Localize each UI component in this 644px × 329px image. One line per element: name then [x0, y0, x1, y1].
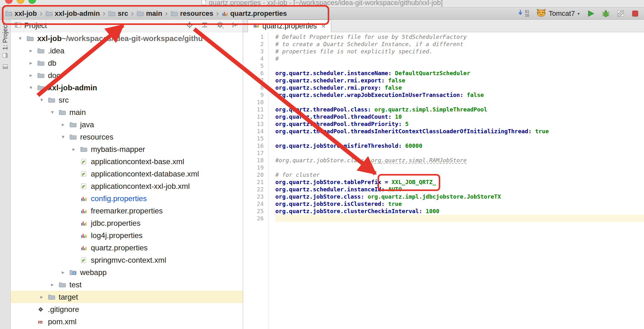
editor-line-8[interactable]: org.quartz.scheduler.rmi.proxy: false — [275, 84, 644, 91]
hide-panel-button[interactable] — [231, 21, 239, 31]
tree-item-xxl-job-admin[interactable]: ▾xxl-job-admin — [11, 81, 243, 94]
tree-item-mybatis-mapper[interactable]: ▸mybatis-mapper — [11, 143, 243, 155]
breadcrumb-item-src[interactable]: src — [108, 9, 128, 18]
tree-item-springmvc-context.xml[interactable]: springmvc-context.xml — [11, 254, 243, 266]
code-token: org.quartz.scheduler.instanceName — [275, 70, 388, 76]
vcs-changes-widget[interactable]: 01 10 — [517, 9, 529, 18]
expanded-arrow-icon[interactable]: ▾ — [37, 97, 47, 103]
breadcrumb-item-main[interactable]: main — [137, 9, 162, 18]
tree-item-src[interactable]: ▾src — [11, 94, 243, 106]
line-number: 10 — [243, 99, 264, 106]
editor-line-16[interactable]: org.quartz.jobStore.misfireThreshold: 60… — [275, 142, 644, 149]
tree-item-applicationcontext-xxl-job.xml[interactable]: applicationcontext-xxl-job.xml — [11, 180, 243, 192]
collapsed-arrow-icon[interactable]: ▸ — [69, 146, 79, 153]
editor-line-19[interactable] — [275, 164, 644, 171]
tree-item-log4j.properties[interactable]: log4j.properties — [11, 229, 243, 242]
editor-line-18[interactable]: #org.quartz.jobStore.class: org.quartz.s… — [275, 157, 644, 164]
editor-line-9[interactable]: org.quartz.scheduler.wrapJobExecutionInU… — [275, 91, 644, 99]
breadcrumb: xxl-job›xxl-job-admin›src›main›resources… — [5, 9, 287, 18]
editor-line-26[interactable] — [275, 215, 644, 222]
editor-line-25[interactable]: org.quartz.jobStore.clusterCheckinInterv… — [275, 207, 644, 215]
editor-line-2[interactable]: # to create a Quartz Scheduler Instance,… — [275, 40, 644, 48]
editor-line-12[interactable]: org.quartz.threadPool.threadCount: 10 — [275, 113, 644, 120]
tree-item-main[interactable]: ▾main — [11, 106, 243, 118]
tree-item-target[interactable]: ▸target — [11, 291, 243, 303]
collapsed-arrow-icon[interactable]: ▸ — [26, 72, 36, 79]
breadcrumb-item-resources[interactable]: resources — [171, 9, 213, 18]
tree-item-xxl-job[interactable]: ▾xxl-job ~/workspaces/idea-git-workspace… — [11, 32, 243, 45]
editor-line-7[interactable]: org.quartz.scheduler.rmi.export: false — [275, 77, 644, 84]
collapse-all-button[interactable] — [201, 21, 208, 31]
editor-line-20[interactable]: # for cluster — [275, 171, 644, 178]
collapsed-arrow-icon[interactable]: ▸ — [26, 47, 36, 54]
tree-item-.gitignore[interactable]: .gitignore — [11, 303, 243, 315]
tree-item-jdbc.properties[interactable]: jdbc.properties — [11, 217, 243, 229]
settings-gear-button[interactable] — [216, 21, 224, 31]
tree-item-label: target — [59, 293, 78, 302]
editor-line-10[interactable] — [275, 99, 644, 106]
folder-icon — [57, 282, 67, 288]
breadcrumb-label: quartz.properties — [230, 9, 287, 18]
collapsed-arrow-icon[interactable]: ▸ — [37, 294, 47, 300]
folder-icon — [36, 85, 45, 91]
editor-line-17[interactable] — [275, 149, 644, 157]
expanded-arrow-icon[interactable]: ▾ — [26, 84, 36, 91]
code-token: org.quartz.threadPool.threadPriority — [275, 121, 398, 127]
code-token: : — [528, 128, 535, 135]
collapsed-arrow-icon[interactable]: ▸ — [58, 269, 68, 276]
tree-item-java[interactable]: ▸java — [11, 118, 243, 131]
tree-item-quartz.properties[interactable]: quartz.properties — [11, 242, 243, 254]
debug-button[interactable] — [602, 9, 610, 18]
editor-code-area[interactable]: # Default Properties file for use by Std… — [268, 32, 644, 329]
editor-line-5[interactable] — [275, 62, 644, 69]
line-number: 18 — [243, 157, 264, 164]
run-configuration-selector[interactable]: Tomcat7 ▾ — [536, 8, 580, 19]
tree-item-db[interactable]: ▸db — [11, 57, 243, 69]
editor-line-15[interactable] — [275, 135, 644, 142]
vcs-counters: 01 10 — [525, 10, 529, 17]
breadcrumb-item-xxl-job-admin[interactable]: xxl-job-admin — [45, 9, 100, 18]
stop-button[interactable] — [631, 10, 639, 17]
tree-item-applicationcontext-base.xml[interactable]: applicationcontext-base.xml — [11, 155, 243, 168]
collapsed-arrow-icon[interactable]: ▸ — [47, 281, 57, 288]
editor-line-21[interactable]: org.quartz.jobStore.tablePrefix = XXL_JO… — [275, 178, 644, 186]
expanded-arrow-icon[interactable]: ▾ — [47, 109, 57, 116]
project-tool-icon — [2, 52, 9, 58]
collapsed-arrow-icon[interactable]: ▸ — [58, 121, 68, 128]
breadcrumb-item-quartz.properties[interactable]: quartz.properties — [222, 9, 287, 18]
expanded-arrow-icon[interactable]: ▾ — [15, 35, 25, 42]
run-button[interactable] — [587, 9, 595, 18]
tree-item-pom.xml[interactable]: mpom.xml — [11, 315, 243, 328]
breadcrumb-separator-icon: › — [165, 9, 168, 18]
editor-line-24[interactable]: org.quartz.jobStore.isClustered: true — [275, 200, 644, 207]
collapsed-arrow-icon[interactable]: ▸ — [26, 60, 36, 66]
editor-line-6[interactable]: org.quartz.scheduler.instanceName: Defau… — [275, 69, 644, 77]
breadcrumb-separator-icon: › — [216, 9, 219, 18]
navigation-bar: xxl-job›xxl-job-admin›src›main›resources… — [0, 8, 644, 20]
tree-item-webapp[interactable]: ▸webapp — [11, 266, 243, 278]
tree-item-test[interactable]: ▸test — [11, 278, 243, 291]
close-tab-icon[interactable]: × — [321, 22, 326, 31]
run-with-coverage-button[interactable] — [617, 10, 624, 17]
editor-line-1[interactable]: # Default Properties file for use by Std… — [275, 33, 644, 40]
tree-item-config.properties[interactable]: config.properties — [11, 192, 243, 205]
code-token: org.quartz.scheduler.rmi.export — [275, 77, 381, 84]
breadcrumb-item-xxl-job[interactable]: xxl-job — [5, 9, 37, 18]
tree-item-.idea[interactable]: ▸.idea — [11, 45, 243, 57]
tool-stripe-secondary-icon[interactable] — [3, 64, 8, 71]
editor-line-4[interactable]: # — [275, 55, 644, 62]
editor-line-3[interactable]: # properties file is not explicitly spec… — [275, 48, 644, 55]
editor-line-14[interactable]: org.quartz.threadPool.threadsInheritCont… — [275, 128, 644, 135]
editor-line-23[interactable]: org.quartz.jobStore.class: org.quartz.im… — [275, 193, 644, 200]
scroll-from-source-button[interactable] — [186, 21, 193, 31]
expanded-arrow-icon[interactable]: ▾ — [58, 134, 68, 140]
tree-item-resources[interactable]: ▾resources — [11, 131, 243, 143]
tree-item-doc[interactable]: ▸doc — [11, 69, 243, 81]
tab-quartz-properties[interactable]: quartz.properties × — [248, 20, 331, 32]
tool-stripe-button-project[interactable]: 1: Project — [2, 23, 9, 58]
editor-line-22[interactable]: org.quartz.scheduler.instanceId: AUTO — [275, 186, 644, 193]
editor-line-11[interactable]: org.quartz.threadPool.class: org.quartz.… — [275, 106, 644, 113]
tree-item-freemarker.properties[interactable]: freemarker.properties — [11, 205, 243, 217]
editor-line-13[interactable]: org.quartz.threadPool.threadPriority: 5 — [275, 120, 644, 128]
tree-item-applicationcontext-database.xml[interactable]: applicationcontext-database.xml — [11, 168, 243, 180]
